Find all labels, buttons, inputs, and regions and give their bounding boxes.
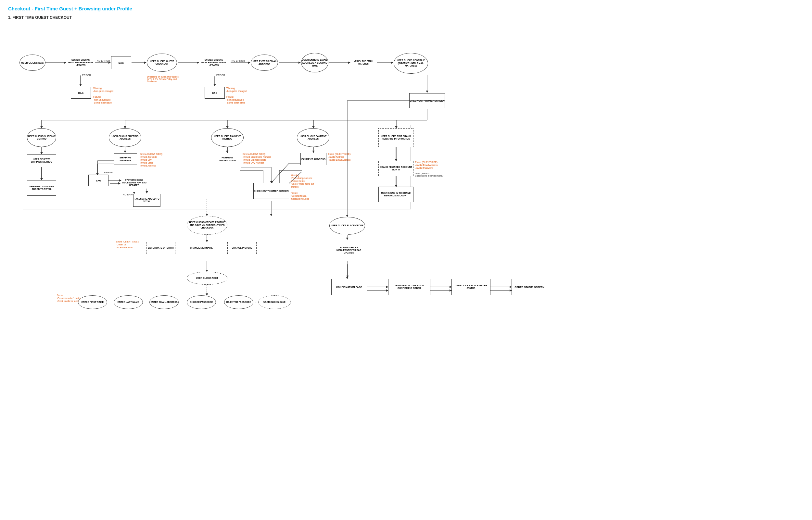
open-question-brand: Open Question:Calls back to the Middlewa… [415, 172, 451, 177]
node-shipping-costs-added: SHIPPING COSTS ARE ADDED TO TOTAL [27, 180, 56, 196]
node-user-clicks-place-order-status: USER CLICKS PLACE ORDER STATUS [452, 279, 490, 295]
error-profile: Errors (CLIENT SIDE):-Under 13-Nickname … [116, 240, 139, 249]
node-user-selects-shipping: USER SELECTS SHIPPING METHOD [27, 154, 56, 167]
node-enter-email-address: ENTER EMAIL ADDRESS [149, 295, 179, 309]
node-choose-passcode: CHOOSE PASSCODE [187, 295, 216, 309]
node-confirmation-page: CONFIRMATION PAGE [331, 279, 367, 295]
node-user-enters-email: USER ENTERS EMAIL ADDRESS [251, 54, 278, 71]
node-user-clicks-bag: USER CLICKS BAG [20, 54, 46, 71]
node-bag-error-2: BAG [205, 87, 225, 99]
page-title: Checkout - First Time Guest + Browsing u… [0, 0, 812, 13]
label-error-1: ERROR [82, 74, 91, 77]
node-brand-rewards: BRAND REWARDS ACCOUNT SIGN IN [378, 161, 413, 176]
node-bag-1: BAG [111, 56, 131, 69]
arrows-lower [6, 24, 806, 520]
node-shipping-address: SHIPPING ADDRESS [114, 153, 137, 165]
node-user-clicks-edit-brand: USER CLICKS EDIT BRAND REWARDS INFORMATI… [378, 128, 413, 147]
node-user-clicks-next: USER CLICKS NEXT [187, 272, 227, 285]
error-shipping-address: Errors (CLIENT SIDE):-Invalid Zip Code-I… [139, 153, 163, 167]
node-user-enters-email-2: USER ENTERS EMAIL ADDRESS A SECOND TIME [301, 53, 328, 72]
warning-bag-2: Warning:-Item price changedFailure:-Item… [226, 87, 247, 105]
node-system-checks-bag-4: SYSTEM CHECKS MIDDLEWARE FOR BAG UPDATES [330, 231, 368, 269]
arrow-to-save: → [254, 301, 257, 304]
node-user-clicks-save: USER CLICKS SAVE [258, 295, 291, 309]
node-user-clicks-payment-method: USER CLICKS PAYMENT METHOD [211, 128, 244, 147]
label-no-error-2: NO ERROR [232, 59, 245, 62]
node-user-clicks-continue: USER CLICKS CONTINUE (INACTIVE UNTIL EMA… [394, 53, 428, 74]
error-brand-rewards: Errors (CLIENT SIDE):-Invalid Email Addr… [415, 161, 438, 170]
label-error-bag3: ERROR [104, 171, 113, 174]
node-re-enter-passcode: RE-ENTER PASSCODE [224, 295, 253, 309]
node-checkout-home: CHECKOUT "HOME" SCREEN [409, 93, 445, 108]
node-enter-first-name: ENTER FIRST NAME [78, 295, 107, 309]
node-enter-dob: ENTER DATE OF BIRTH [146, 242, 175, 254]
node-order-status-screen: ORDER STATUS SCREEN [512, 279, 547, 295]
node-user-clicks-shipping-address: USER CLICKS SHIPPING ADDRESS [109, 128, 141, 147]
node-taxes-added: TAXES ARE ADDED TO TOTAL [133, 194, 160, 207]
node-bag-error-3: BAG [88, 175, 108, 186]
node-change-nickname: CHANGE NICKNAME [187, 242, 216, 254]
node-system-checks-bag-1: SYSTEM CHECKS MIDDLEWARE FOR BAG UPDATES [64, 46, 97, 79]
node-payment-information: PAYMENT INFORMATION [214, 153, 241, 165]
node-user-signs-in: USER SIGNS IN TO BRAND REWARDS ACCOUNT [378, 187, 413, 202]
arrows-svg [6, 24, 806, 520]
node-user-clicks-create-profile: USER CLICKS CREATE PROFILE AND SAVE MY C… [187, 216, 227, 235]
node-system-checks-bag-2: SYSTEM CHECKS MIDDLEWARE FOR BAG UPDATES [198, 46, 230, 79]
label-error-2: ERROR [216, 74, 225, 77]
warning-checkout-home-2: Warning:-Price change on one or more ite… [291, 174, 314, 200]
node-user-clicks-guest: USER CLICKS GUEST CHECKOUT [147, 54, 177, 72]
error-payment-info: Errors (CLIENT SIDE):-Invalid Credit Car… [243, 153, 271, 164]
node-enter-last-name: ENTER LAST NAME [114, 295, 143, 309]
node-bag-error-1: BAG [71, 87, 91, 99]
node-payment-address: PAYMENT ADDRESS [300, 153, 326, 165]
error-payment-address: Errors (CLIENT SIDE):-Invalid Address-In… [328, 153, 351, 161]
node-user-clicks-payment-address: USER CLICKS PAYMENT ADDRESS [297, 128, 329, 147]
node-user-clicks-shipping-method: USER CLICKS SHIPPING METHOD [27, 128, 56, 147]
note-clicking: By clicking on button User agrees to T's… [147, 76, 180, 82]
node-user-clicks-place-order: USER CLICKS PLACE ORDER [329, 217, 365, 235]
label-no-error-1: NO ERROR [97, 59, 110, 62]
node-verify-email: VERIFY THE EMAIL MATCHES [348, 47, 379, 78]
node-temporal-notification: TEMPORAL NOTIFICATION CONFIRMING ORDER [388, 279, 430, 295]
warning-bag-1: Warning:-Item price changedFailure:-Item… [93, 87, 113, 105]
node-checkout-home-2: CHECKOUT "HOME" SCREEN [253, 183, 289, 199]
error-bottom: Errors:-Passcodes don't match-Email inva… [57, 294, 81, 303]
section-title: 1. FIRST TIME GUEST CHECKOUT [0, 13, 812, 24]
flowchart: USER CLICKS BAG SYSTEM CHECKS MIDDLEWARE… [6, 24, 806, 520]
node-change-picture: CHANGE PICTURE [227, 242, 257, 254]
